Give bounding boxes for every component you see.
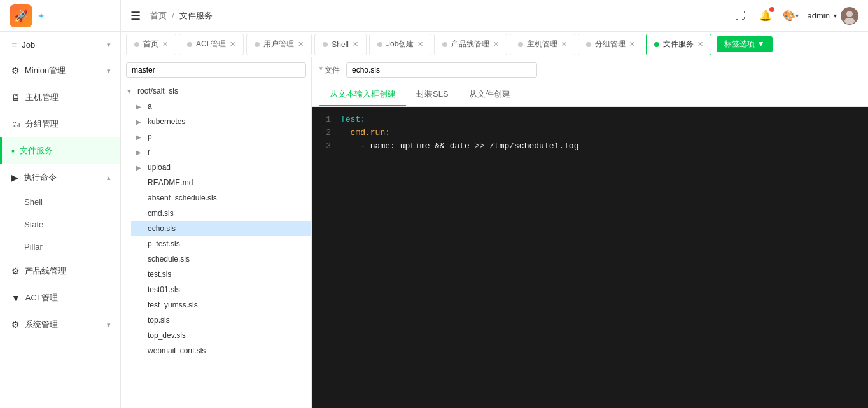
tab-acl-close[interactable]: ✕ bbox=[230, 40, 235, 48]
tab-host-dot bbox=[518, 42, 523, 47]
tab-group[interactable]: 分组管理 ✕ bbox=[578, 34, 643, 55]
file-readme[interactable]: README.md bbox=[131, 175, 311, 190]
file-echo[interactable]: echo.sls bbox=[131, 221, 311, 236]
sidebar-item-group[interactable]: 🗂 分组管理 bbox=[0, 111, 120, 137]
notification-icon[interactable]: 🔔 bbox=[757, 7, 774, 25]
sidebar-item-state[interactable]: State bbox=[13, 213, 120, 236]
sidebar-item-job[interactable]: ≡ Job ▾ bbox=[0, 32, 120, 57]
tab-acl-label: ACL管理 bbox=[196, 39, 226, 50]
hamburger-button[interactable]: ☰ bbox=[130, 9, 141, 23]
tree-search-input[interactable] bbox=[126, 62, 306, 78]
folder-p-arrow: ▶ bbox=[136, 134, 145, 141]
group-icon: 🗂 bbox=[11, 119, 20, 129]
tab-job-create-close[interactable]: ✕ bbox=[417, 40, 423, 48]
username: admin bbox=[808, 11, 830, 20]
folder-a-arrow: ▶ bbox=[136, 103, 145, 110]
tree-folder-a[interactable]: ▶ a bbox=[131, 99, 311, 114]
folder-upload-label: upload bbox=[148, 163, 171, 172]
header-right: ⛶ 🔔 🎨 ▾ admin ▾ bbox=[731, 7, 858, 25]
sidebar-item-product[interactable]: ⚙ 产品线管理 bbox=[0, 258, 120, 285]
sidebar-item-host[interactable]: 🖥 主机管理 bbox=[0, 84, 120, 111]
notification-badge bbox=[769, 7, 774, 12]
sidebar-item-exec[interactable]: ▶ 执行命令 ▴ bbox=[0, 164, 120, 191]
shell-label: Shell bbox=[24, 197, 43, 207]
code-line-1: 1 Test: bbox=[312, 113, 868, 127]
file-test01[interactable]: test01.sls bbox=[131, 282, 311, 297]
editor-tab-text-create[interactable]: 从文本输入框创建 bbox=[319, 83, 406, 106]
code-editor[interactable]: 1 Test: 2 cmd.run: 3 - name: uptime && d… bbox=[312, 107, 868, 408]
tab-product[interactable]: 产品线管理 ✕ bbox=[434, 34, 507, 55]
system-icon: ⚙ bbox=[11, 320, 20, 330]
folder-p-label: p bbox=[148, 132, 152, 141]
file-test[interactable]: test.sls bbox=[131, 267, 311, 282]
file-tree-panel: ▼ root/salt_sls ▶ a ▶ kubernetes bbox=[121, 57, 312, 408]
sidebar-item-minion[interactable]: ⚙ Minion管理 ▾ bbox=[0, 57, 120, 84]
file-absent-schedule[interactable]: absent_schedule.sls bbox=[131, 190, 311, 206]
tab-acl[interactable]: ACL管理 ✕ bbox=[179, 34, 244, 55]
file-icon: ▪ bbox=[11, 146, 15, 156]
tab-shell-close[interactable]: ✕ bbox=[353, 40, 358, 48]
tab-options-button[interactable]: 标签选项 ▼ bbox=[717, 36, 772, 52]
line-num-2: 2 bbox=[312, 127, 340, 140]
tab-product-dot bbox=[442, 42, 447, 47]
file-top[interactable]: top.sls bbox=[131, 313, 311, 328]
tree-folder-kubernetes[interactable]: ▶ kubernetes bbox=[131, 114, 311, 129]
editor-tab-wrap-label: 封装SLS bbox=[416, 89, 449, 99]
sidebar-item-shell[interactable]: Shell bbox=[13, 191, 120, 213]
tab-product-close[interactable]: ✕ bbox=[493, 40, 499, 48]
line-num-1: 1 bbox=[312, 113, 340, 127]
tree-root-row[interactable]: ▼ root/salt_sls bbox=[121, 83, 311, 99]
user-menu[interactable]: admin ▾ bbox=[808, 7, 858, 25]
tab-job-create[interactable]: Job创建 ✕ bbox=[369, 34, 431, 55]
breadcrumb-sep: / bbox=[172, 11, 174, 20]
file-webmail[interactable]: webmail_conf.sls bbox=[131, 343, 311, 358]
user-arrow: ▾ bbox=[834, 12, 837, 19]
tab-home-close[interactable]: ✕ bbox=[162, 40, 168, 48]
file-cmd[interactable]: cmd.sls bbox=[131, 206, 311, 221]
editor-tabs: 从文本输入框创建 封装SLS 从文件创建 bbox=[312, 83, 868, 107]
file-test-label: test.sls bbox=[148, 270, 171, 279]
sidebar-sub-menu: Shell State Pillar bbox=[0, 191, 120, 258]
file-test-yumss[interactable]: test_yumss.sls bbox=[131, 297, 311, 313]
tab-user[interactable]: 用户管理 ✕ bbox=[246, 34, 312, 55]
sidebar-item-exec-label: 执行命令 bbox=[24, 172, 57, 183]
editor-tab-file-create[interactable]: 从文件创建 bbox=[459, 83, 521, 106]
tab-user-close[interactable]: ✕ bbox=[298, 40, 304, 48]
tab-home[interactable]: 首页 ✕ bbox=[126, 34, 176, 55]
file-top-dev[interactable]: top_dev.sls bbox=[131, 328, 311, 343]
editor-tab-wrap-sls[interactable]: 封装SLS bbox=[406, 83, 459, 106]
sidebar-item-file[interactable]: ▪ 文件服务 bbox=[0, 137, 120, 164]
sidebar-menu: ≡ Job ▾ ⚙ Minion管理 ▾ 🖥 主机管理 🗂 分组管理 bbox=[0, 32, 120, 408]
tab-product-label: 产品线管理 bbox=[451, 39, 489, 50]
tab-group-close[interactable]: ✕ bbox=[629, 40, 635, 48]
tab-file-svc[interactable]: 文件服务 ✕ bbox=[646, 34, 711, 55]
main: ☰ 首页 / 文件服务 ⛶ 🔔 🎨 ▾ admin bbox=[121, 0, 868, 408]
tree-folder-p[interactable]: ▶ p bbox=[131, 129, 311, 144]
breadcrumb-home[interactable]: 首页 bbox=[150, 10, 167, 22]
expand-icon[interactable]: ⛶ bbox=[731, 7, 749, 25]
pillar-label: Pillar bbox=[24, 242, 43, 251]
editor-toolbar: * 文件 bbox=[312, 57, 868, 83]
file-ptest[interactable]: p_test.sls bbox=[131, 236, 311, 251]
file-testyumss-label: test_yumss.sls bbox=[148, 300, 198, 309]
avatar bbox=[841, 7, 858, 25]
folder-k8s-arrow: ▶ bbox=[136, 118, 145, 125]
tab-shell[interactable]: Shell ✕ bbox=[314, 34, 367, 55]
folder-a-label: a bbox=[148, 102, 152, 111]
tab-file-svc-close[interactable]: ✕ bbox=[697, 40, 703, 48]
sidebar-item-system[interactable]: ⚙ 系统管理 ▾ bbox=[0, 311, 120, 338]
file-readme-label: README.md bbox=[148, 178, 193, 187]
exec-icon: ▶ bbox=[11, 172, 18, 183]
tab-host[interactable]: 主机管理 ✕ bbox=[510, 34, 575, 55]
theme-icon[interactable]: 🎨 ▾ bbox=[782, 7, 800, 25]
tree-folder-r[interactable]: ▶ r bbox=[131, 144, 311, 160]
tab-user-label: 用户管理 bbox=[263, 39, 294, 50]
tab-host-close[interactable]: ✕ bbox=[561, 40, 567, 48]
svg-point-1 bbox=[846, 11, 853, 17]
filename-input[interactable] bbox=[346, 62, 537, 78]
tab-job-create-dot bbox=[377, 42, 382, 47]
sidebar-item-pillar[interactable]: Pillar bbox=[13, 236, 120, 258]
sidebar-item-acl[interactable]: ▼ ACL管理 bbox=[0, 285, 120, 311]
tree-folder-upload[interactable]: ▶ upload bbox=[131, 160, 311, 175]
file-schedule[interactable]: schedule.sls bbox=[131, 251, 311, 267]
